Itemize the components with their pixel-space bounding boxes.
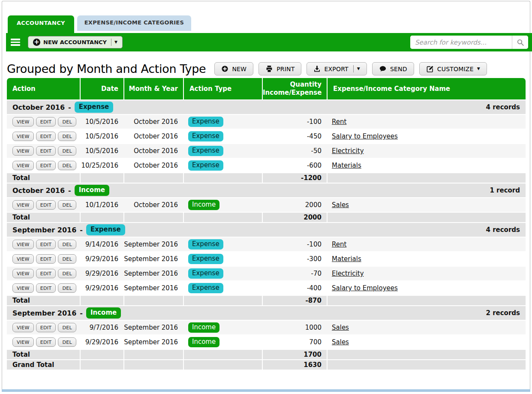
edit-button[interactable]: EDIT: [36, 146, 56, 156]
delete-button[interactable]: DEL: [58, 254, 76, 264]
empty-cell: [327, 213, 526, 223]
category-link[interactable]: Sales: [332, 324, 349, 331]
delete-button[interactable]: DEL: [58, 240, 76, 249]
total-value-cell: 2000: [262, 213, 327, 223]
new-button[interactable]: NEW: [214, 62, 253, 75]
edit-button[interactable]: EDIT: [36, 269, 56, 278]
delete-button[interactable]: DEL: [58, 200, 76, 210]
button-label: EXPORT: [324, 66, 348, 72]
delete-button[interactable]: DEL: [58, 161, 76, 170]
date-cell: 10/1/2016: [80, 198, 123, 213]
view-button[interactable]: VIEW: [12, 200, 34, 210]
action-type-cell: Expense: [183, 238, 262, 252]
plus-circle-icon: [221, 65, 228, 72]
action-type-badge: Expense: [75, 102, 114, 113]
column-header-category: Expense/Income Category Name: [327, 78, 526, 100]
view-button[interactable]: VIEW: [12, 269, 34, 278]
delete-button[interactable]: DEL: [58, 269, 76, 278]
edit-button[interactable]: EDIT: [36, 283, 56, 293]
edit-button[interactable]: EDIT: [36, 117, 56, 126]
page-title: Grouped by Month and Action Type: [7, 62, 206, 75]
delete-button[interactable]: DEL: [58, 117, 76, 126]
view-button[interactable]: VIEW: [12, 323, 34, 332]
edit-button[interactable]: EDIT: [36, 161, 56, 170]
action-type-cell: Expense: [183, 281, 262, 296]
edit-button[interactable]: EDIT: [36, 254, 56, 264]
table-row: VIEWEDITDEL9/7/2016September 2016Income1…: [7, 321, 526, 335]
category-link[interactable]: Rent: [332, 241, 346, 248]
delete-button[interactable]: DEL: [58, 146, 76, 156]
empty-cell: [80, 213, 123, 223]
action-type-badge: Expense: [188, 268, 223, 279]
records-table: Action Date Month & Year Action Type Qua…: [7, 78, 526, 370]
record-count: 1 record: [490, 186, 520, 194]
send-button[interactable]: SEND: [372, 62, 414, 75]
date-cell: 10/5/2016: [80, 129, 123, 144]
view-button[interactable]: VIEW: [12, 283, 34, 293]
caret-down-icon[interactable]: ▼: [477, 67, 480, 71]
export-button[interactable]: EXPORT ▼: [307, 62, 367, 75]
plus-icon: +: [33, 39, 40, 46]
total-row: Total-870: [7, 296, 526, 306]
button-label: PRINT: [277, 66, 295, 72]
view-button[interactable]: VIEW: [12, 132, 34, 141]
new-accountancy-button[interactable]: + NEW ACCOUNTANCY ▼: [28, 36, 123, 48]
category-link[interactable]: Sales: [332, 201, 349, 209]
print-button[interactable]: PRINT: [258, 62, 301, 75]
total-label-cell: Total: [7, 213, 80, 223]
view-button[interactable]: VIEW: [12, 337, 34, 347]
action-type-cell: Expense: [183, 144, 262, 159]
view-button[interactable]: VIEW: [12, 161, 34, 170]
edit-button[interactable]: EDIT: [36, 240, 56, 249]
customize-button[interactable]: CUSTOMIZE ▼: [419, 62, 487, 75]
action-cell: VIEWEDITDEL: [7, 281, 80, 296]
search-box: [410, 36, 528, 49]
delete-button[interactable]: DEL: [58, 132, 76, 141]
empty-cell: [123, 296, 183, 306]
action-type-cell: Expense: [183, 115, 262, 129]
title-bar: Grouped by Month and Action Type NEW PRI…: [7, 51, 526, 78]
tab-accountancy[interactable]: ACCOUNTANCY: [8, 15, 74, 33]
menu-icon[interactable]: [11, 39, 20, 46]
category-link[interactable]: Salary to Employees: [332, 132, 398, 140]
total-value-cell: -870: [262, 296, 327, 306]
table-row: VIEWEDITDEL9/29/2016September 2016Expens…: [7, 281, 526, 296]
empty-cell: [327, 360, 526, 370]
action-type-cell: Expense: [183, 129, 262, 144]
category-link[interactable]: Electricity: [332, 147, 364, 155]
category-link[interactable]: Rent: [332, 118, 346, 126]
month-year-cell: September 2016: [123, 252, 183, 267]
search-input[interactable]: [410, 36, 512, 49]
empty-cell: [123, 173, 183, 183]
group-header-row: September 2016-Expense4 records: [7, 223, 526, 238]
caret-down-icon[interactable]: ▼: [357, 67, 360, 71]
view-button[interactable]: VIEW: [12, 146, 34, 156]
category-link[interactable]: Electricity: [332, 270, 364, 277]
category-link[interactable]: Materials: [332, 255, 361, 263]
empty-cell: [80, 173, 123, 183]
edit-button[interactable]: EDIT: [36, 323, 56, 332]
edit-button[interactable]: EDIT: [36, 200, 56, 210]
view-button[interactable]: VIEW: [12, 254, 34, 264]
search-button[interactable]: [512, 36, 528, 49]
tab-expense-income-categories[interactable]: EXPENSE/INCOME CATEGORIES: [77, 15, 192, 31]
date-cell: 9/29/2016: [80, 281, 123, 296]
view-button[interactable]: VIEW: [12, 117, 34, 126]
total-row: Total-1200: [7, 173, 526, 183]
category-link[interactable]: Sales: [332, 338, 349, 346]
month-year-cell: September 2016: [123, 281, 183, 296]
empty-cell: [80, 350, 123, 360]
delete-button[interactable]: DEL: [58, 323, 76, 332]
category-link[interactable]: Salary to Employees: [332, 284, 398, 292]
edit-button[interactable]: EDIT: [36, 132, 56, 141]
month-year-cell: September 2016: [123, 238, 183, 252]
delete-button[interactable]: DEL: [58, 337, 76, 347]
caret-down-icon[interactable]: ▼: [114, 40, 117, 44]
category-link[interactable]: Materials: [332, 162, 361, 169]
column-header-quantity: Quantity Income/Expense: [262, 78, 327, 100]
action-type-badge: Expense: [188, 117, 223, 127]
view-button[interactable]: VIEW: [12, 240, 34, 249]
edit-button[interactable]: EDIT: [36, 337, 56, 347]
delete-button[interactable]: DEL: [58, 283, 76, 293]
table-header-row: Action Date Month & Year Action Type Qua…: [7, 78, 526, 100]
